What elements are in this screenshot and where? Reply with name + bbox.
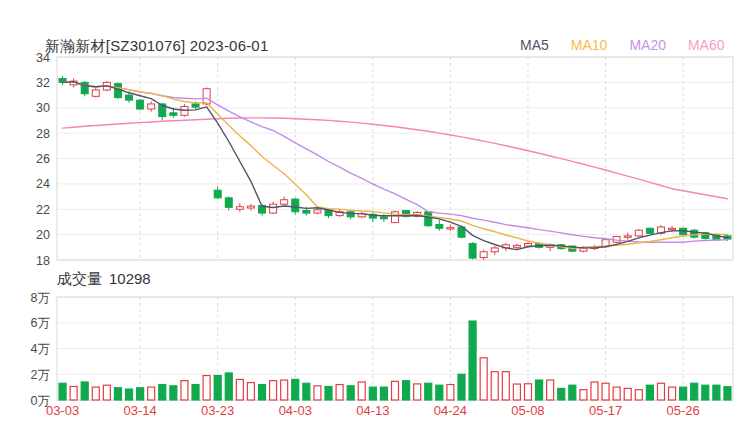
svg-text:05-08: 05-08 — [511, 403, 544, 418]
svg-text:28: 28 — [36, 127, 50, 141]
svg-text:04-24: 04-24 — [434, 403, 467, 418]
svg-text:24: 24 — [36, 177, 50, 191]
stock-chart-page: 新瀚新材[SZ301076] 2023-06-01 MA5 MA10 MA20 … — [0, 0, 740, 440]
svg-text:30: 30 — [36, 101, 50, 115]
volume-bars — [59, 321, 731, 400]
svg-text:18: 18 — [36, 254, 50, 268]
svg-text:34: 34 — [36, 51, 50, 65]
svg-text:6万: 6万 — [31, 316, 50, 330]
svg-text:2万: 2万 — [31, 368, 50, 382]
svg-text:03-03: 03-03 — [46, 403, 79, 418]
candlestick-chart-canvas[interactable]: 3432302826242220188万6万4万2万0万03-0303-1403… — [0, 0, 740, 440]
svg-text:03-14: 03-14 — [123, 403, 156, 418]
svg-text:4万: 4万 — [31, 342, 50, 356]
svg-text:8万: 8万 — [31, 291, 50, 305]
svg-text:04-03: 04-03 — [279, 403, 312, 418]
svg-text:03-23: 03-23 — [201, 403, 234, 418]
svg-text:05-17: 05-17 — [589, 403, 622, 418]
svg-text:20: 20 — [36, 228, 50, 242]
svg-text:26: 26 — [36, 152, 50, 166]
svg-text:32: 32 — [36, 76, 50, 90]
svg-text:04-13: 04-13 — [356, 403, 389, 418]
svg-text:05-26: 05-26 — [667, 403, 700, 418]
svg-text:22: 22 — [36, 203, 50, 217]
